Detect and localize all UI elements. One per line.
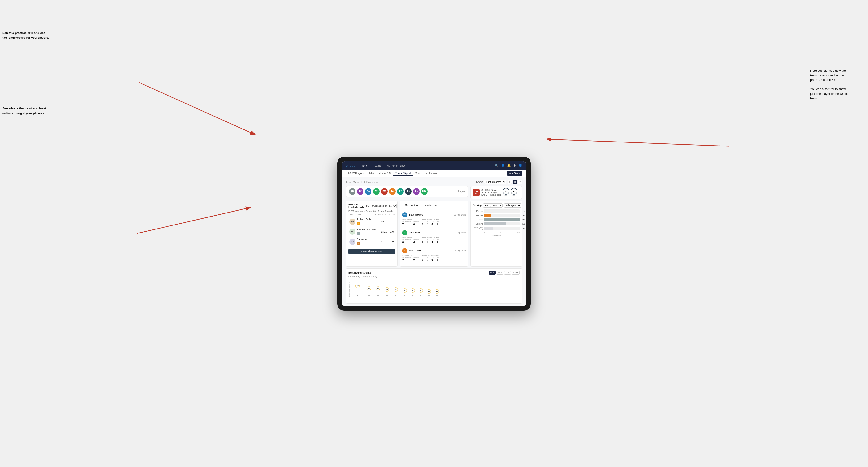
nav-teams[interactable]: Teams xyxy=(372,163,382,168)
settings-icon[interactable]: ⚙ xyxy=(513,164,516,167)
tab-least-active[interactable]: Least Active xyxy=(421,203,439,208)
shot-card: 198 SC Shot Dist: 16 yds Start Lie: Roug… xyxy=(470,186,522,199)
nav-my-performance[interactable]: My Performance xyxy=(385,163,407,168)
view-leaderboard-button[interactable]: View Full Leaderboard xyxy=(348,249,395,254)
streak-bubble-9: 3x xyxy=(427,289,431,294)
streak-btn-ott[interactable]: OTT xyxy=(489,271,496,275)
streak-btn-arg[interactable]: ARG xyxy=(504,271,511,275)
lb-name-2: Edward Crossman xyxy=(357,228,379,231)
players-row: RB EC CA JC BM P6 P7 P8 P9 P10 Players xyxy=(346,186,468,197)
subnav-team-clippd[interactable]: Team Clippd xyxy=(394,171,412,176)
bar-label-birdies: Birdies xyxy=(473,214,483,217)
show-label: Show: xyxy=(476,181,483,183)
streak-btn-app[interactable]: APP xyxy=(497,271,503,275)
subnav-hcaps[interactable]: Hcaps 1-5 xyxy=(377,171,393,176)
bar-count-bogeys: 311 xyxy=(522,223,525,225)
ap-practice-1: Total Practice Activities OTT0 APP0 ARG0… xyxy=(422,219,441,226)
player-avatar-7[interactable]: P7 xyxy=(397,188,404,195)
streak-point-10: 3x xyxy=(435,289,439,296)
list-icon[interactable]: ≡ xyxy=(518,180,522,184)
activity-player-1: BM Blair McHarg 26 Aug 2023 Total Rounds… xyxy=(402,210,466,228)
bar-count-dbogeys: 131 xyxy=(522,227,525,229)
subnav-all-players[interactable]: All Players xyxy=(423,171,439,176)
lb-medal-2: 2 xyxy=(357,232,360,235)
edit-icon[interactable]: ✏ xyxy=(376,181,378,184)
streak-dot-4 xyxy=(386,295,388,296)
avatars-area: RB EC CA JC BM P6 P7 P8 P9 P10 xyxy=(349,188,428,195)
players-filter-select[interactable]: All Players xyxy=(504,203,521,208)
player-avatar-3[interactable]: CA xyxy=(365,188,371,195)
search-icon[interactable]: 🔍 xyxy=(495,164,499,167)
drill-select[interactable]: PUTT Must Make Putting... xyxy=(364,204,397,208)
bar-label-eagles: Eagles xyxy=(473,210,483,212)
bar-fill-bogeys xyxy=(484,222,506,225)
profile-icon[interactable]: 👤 xyxy=(519,164,522,167)
grid-icon[interactable]: ⊞ xyxy=(507,180,512,184)
lb-row-3: CA Cameron... 3 17/20 103 xyxy=(348,237,395,247)
player-avatar-9[interactable]: P9 xyxy=(413,188,420,195)
player-avatar-4[interactable]: JC xyxy=(373,188,379,195)
lb-avatar-3: CA xyxy=(349,239,355,245)
player-avatar-6[interactable]: P6 xyxy=(389,188,396,195)
bar-bogeys: Bogeys 311 xyxy=(473,222,520,225)
streak-point-2: 6x xyxy=(367,286,371,296)
scoring-title: Scoring xyxy=(473,204,482,207)
people-icon[interactable]: 👤 xyxy=(501,164,505,167)
player-avatar-10[interactable]: P10 xyxy=(421,188,428,195)
streak-dot-1 xyxy=(357,295,358,296)
streak-point-1: 7x xyxy=(355,284,360,296)
streaks-title: Best Round Streaks xyxy=(348,272,371,274)
card-icon[interactable]: ⊟ xyxy=(513,180,517,184)
bar-fill-dbogeys xyxy=(484,227,493,230)
annotation-bl-text: See who is the most and leastactive amon… xyxy=(2,106,46,115)
bar-track-dbogeys: 131 xyxy=(484,227,520,230)
bar-count-birdies: 96 xyxy=(523,214,525,216)
top-navbar: clippd Home Teams My Performance 🔍 👤 🔔 ⚙… xyxy=(342,161,526,170)
bell-icon[interactable]: 🔔 xyxy=(507,164,511,167)
nav-links: Home Teams My Performance xyxy=(359,163,491,168)
lb-avg-2: 107 xyxy=(390,230,394,233)
shot-circle-2: 0 xyxy=(511,188,517,195)
streak-point-5: 5x xyxy=(394,287,398,296)
bar-pars: Pars 499 xyxy=(473,218,520,221)
player-avatar-2[interactable]: EC xyxy=(357,188,364,195)
streak-btn-putt[interactable]: PUTT xyxy=(512,271,520,275)
bar-birdies: Birdies 96 xyxy=(473,214,520,217)
streak-dot-6 xyxy=(404,295,405,296)
main-content: Team Clippd | 14 Players ✏ Show: Last 3 … xyxy=(342,177,526,306)
ap-header-3: JC Josh Coles 26 Aug 2023 xyxy=(402,248,466,253)
nav-home[interactable]: Home xyxy=(359,163,369,168)
bar-count-eagles: 3 xyxy=(524,210,525,212)
lb-score-3: 17/20 xyxy=(381,240,387,243)
add-team-button[interactable]: Add Team xyxy=(507,171,522,176)
lb-row-2: EC Edward Crossman 2 18/20 107 xyxy=(348,227,395,237)
lb-name-1: Richard Butler xyxy=(357,218,379,221)
ap-avatar-2: RB xyxy=(402,230,407,236)
lb-score-2: 18/20 xyxy=(381,230,387,233)
annotation-bottom-left: See who is the most and leastactive amon… xyxy=(2,106,71,115)
player-avatar-5[interactable]: BM xyxy=(381,188,388,195)
streak-bubble-10: 3x xyxy=(435,289,439,294)
streak-dot-2 xyxy=(368,295,370,296)
lb-card-header: Practice Leaderboards PUTT Must Make Put… xyxy=(348,203,395,209)
sub-navbar: PGAT Players PGA Hcaps 1-5 Team Clippd T… xyxy=(342,170,526,177)
subnav-pgat[interactable]: PGAT Players xyxy=(346,171,366,176)
tab-most-active[interactable]: Most Active xyxy=(402,203,421,208)
streak-dot-7 xyxy=(412,295,413,296)
subnav-pga[interactable]: PGA xyxy=(367,171,376,176)
streaks-subtitle: Off The Tee, Fairway Accuracy xyxy=(348,276,520,278)
bar-label-pars: Pars xyxy=(473,218,483,221)
streak-point-6: 4x xyxy=(403,288,407,296)
player-avatar-8[interactable]: P8 xyxy=(405,188,412,195)
streak-bubble-3: 6x xyxy=(376,286,380,290)
drill-subtitle: PUTT Must Make Putting (3-6 ft), Last 3 … xyxy=(348,210,395,212)
bar-track-eagles: 3 xyxy=(484,210,520,213)
show-select[interactable]: Last 3 months Last 6 months Last year xyxy=(484,180,506,184)
lb-avatar-2: EC xyxy=(349,228,355,235)
player-avatar-1[interactable]: RB xyxy=(349,188,355,195)
subnav-tour[interactable]: Tour xyxy=(413,171,422,176)
ap-date-2: 02 Sep 2023 xyxy=(454,231,466,234)
par-filter-select[interactable]: Par 3, 4 & 5s xyxy=(483,203,503,208)
ap-practice-2: Total Practice Activities OTT0 APP0 ARG0… xyxy=(422,237,441,244)
lb-column-headers: PLAYER NAME PB SCORE PB AVG SQ xyxy=(348,214,395,216)
